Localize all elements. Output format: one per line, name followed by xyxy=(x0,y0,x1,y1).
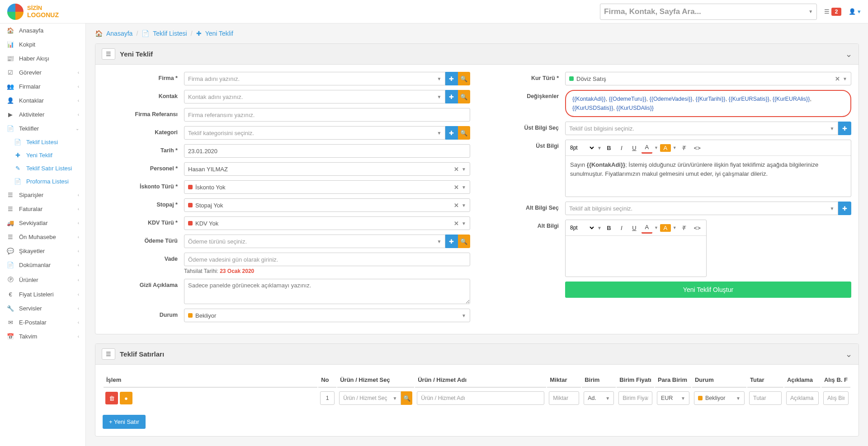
row-no-input[interactable] xyxy=(320,391,335,405)
firma-search-button[interactable]: 🔍 xyxy=(458,72,470,85)
alt-editor-content[interactable] xyxy=(566,236,706,277)
variable-link[interactable]: {{KurTarihi}} xyxy=(695,96,725,102)
sidebar-item-teklifler[interactable]: 📄Teklifler⌄ xyxy=(0,122,85,136)
sidebar-item-aktiviteler[interactable]: ▶Aktiviteler‹ xyxy=(0,108,85,122)
iskonto-select[interactable]: İskonto Yok✕▼ xyxy=(184,180,470,194)
sidebar-item-siparişler[interactable]: ☰Siparişler‹ xyxy=(0,188,85,202)
row-status-select[interactable]: Bekliyor▼ xyxy=(694,391,745,405)
kontak-search-button[interactable]: 🔍 xyxy=(458,90,470,103)
breadcrumb-list[interactable]: Teklif Listesi xyxy=(153,30,187,37)
variable-link[interactable]: {{KurUSDSatis}} xyxy=(572,105,613,111)
row-desc-input[interactable] xyxy=(786,391,819,405)
personel-select[interactable]: Hasan YILMAZ✕▼ xyxy=(184,162,470,176)
row-name-input[interactable] xyxy=(417,391,544,405)
ust-editor-content[interactable]: Sayın {{KontakAdi}}; İstemiş olduğunuz ü… xyxy=(566,156,851,197)
clear-icon[interactable]: ✕ xyxy=(454,220,459,227)
ustsec-add-button[interactable]: ✚ xyxy=(838,122,851,135)
bgcolor-button[interactable]: A xyxy=(660,144,671,152)
italic-button[interactable]: I xyxy=(616,143,627,153)
odeme-add-button[interactable]: ✚ xyxy=(445,235,458,248)
textcolor-button[interactable]: A xyxy=(642,142,652,154)
variable-link[interactable]: {{OdemeVadesi}} xyxy=(650,96,693,102)
row-action-button[interactable]: ● xyxy=(120,392,132,404)
add-row-button[interactable]: + Yeni Satır xyxy=(103,415,146,429)
sidebar-subitem[interactable]: ✎Teklif Satır Listesi xyxy=(7,162,85,175)
underline-button[interactable]: U xyxy=(629,143,640,153)
kontak-add-button[interactable]: ✚ xyxy=(445,90,458,103)
kategori-add-button[interactable]: ✚ xyxy=(445,126,458,140)
sidebar-item-anasayfa[interactable]: 🏠Anasayfa xyxy=(0,23,85,38)
collapse-icon[interactable]: ⌄ xyxy=(845,49,852,59)
kur-select[interactable]: Döviz Satış✕▼ xyxy=(565,72,851,85)
variable-link[interactable]: {{OdemeTuru}} xyxy=(609,96,646,102)
clear-format-button[interactable]: T xyxy=(679,223,689,233)
breadcrumb-home[interactable]: Anasayfa xyxy=(106,30,132,37)
ustsec-select[interactable]: Teklif üst bilgisini seçiniz.▼ xyxy=(565,122,838,135)
code-button[interactable]: <> xyxy=(691,223,703,233)
bold-button[interactable]: B xyxy=(604,143,614,153)
textcolor-button[interactable]: A xyxy=(642,222,652,234)
clear-icon[interactable]: ✕ xyxy=(454,202,459,209)
fontsize-select[interactable]: 8pt xyxy=(568,144,595,151)
sidebar-item-e-postalar[interactable]: ✉E-Postalar‹ xyxy=(0,315,85,329)
sidebar-item-ön-muhasebe[interactable]: ☰Ön Muhasebe‹ xyxy=(0,230,85,244)
sidebar-item-takvim[interactable]: 📅Takvim‹ xyxy=(0,329,85,343)
sidebar-item-servisler[interactable]: 🔧Servisler‹ xyxy=(0,301,85,315)
kontak-select[interactable]: Kontak adını yazınız.▼ xyxy=(184,90,445,103)
clear-icon[interactable]: ✕ xyxy=(454,166,459,173)
row-currency-select[interactable]: EUR▼ xyxy=(657,391,689,405)
panel-menu-button[interactable]: ☰ xyxy=(102,348,115,360)
sidebar-item-firmalar[interactable]: 👥Firmalar‹ xyxy=(0,80,85,94)
sidebar-item-faturalar[interactable]: ☰Faturalar‹ xyxy=(0,202,85,216)
sidebar-item-ürünler[interactable]: ⓅÜrünler‹ xyxy=(0,272,85,287)
gizli-textarea[interactable] xyxy=(184,279,470,304)
clear-format-button[interactable]: T xyxy=(679,143,689,153)
firma-add-button[interactable]: ✚ xyxy=(445,72,458,85)
row-product-select[interactable]: Ürün / Hizmet Seç▼ xyxy=(339,391,401,405)
ref-input[interactable] xyxy=(184,108,470,122)
global-search[interactable]: Firma, Kontak, Sayfa Ara...▼ xyxy=(600,4,817,20)
sidebar-subitem[interactable]: 📄Proforma Listesi xyxy=(7,175,85,188)
sidebar-item-fiyat-listeleri[interactable]: €Fiyat Listeleri‹ xyxy=(0,287,85,301)
code-button[interactable]: <> xyxy=(691,143,703,153)
stopaj-select[interactable]: Stopaj Yok✕▼ xyxy=(184,198,470,212)
row-price-input[interactable] xyxy=(618,391,652,405)
odeme-search-button[interactable]: 🔍 xyxy=(458,235,470,248)
underline-button[interactable]: U xyxy=(629,223,640,233)
durum-select[interactable]: Bekliyor▼ xyxy=(184,309,470,322)
variable-link[interactable]: {{KontakAdi}} xyxy=(572,96,606,102)
logo[interactable]: SİZİN LOGONUZ xyxy=(7,4,59,20)
bgcolor-button[interactable]: A xyxy=(660,224,671,232)
firma-select[interactable]: Firma adını yazınız.▼ xyxy=(184,72,445,85)
sidebar-item-kokpit[interactable]: 📊Kokpit xyxy=(0,38,85,52)
sidebar-item-sevkiyatlar[interactable]: 🚚Sevkiyatlar‹ xyxy=(0,216,85,230)
italic-button[interactable]: I xyxy=(616,223,627,233)
sidebar-subitem[interactable]: 📄Teklif Listesi xyxy=(7,136,85,149)
panel-menu-button[interactable]: ☰ xyxy=(102,48,115,60)
sidebar-item-kontaklar[interactable]: 👤Kontaklar‹ xyxy=(0,94,85,108)
vade-input[interactable] xyxy=(184,253,470,266)
row-delete-button[interactable]: 🗑 xyxy=(105,392,118,404)
clear-icon[interactable]: ✕ xyxy=(454,184,459,191)
collapse-icon[interactable]: ⌄ xyxy=(845,349,852,359)
user-menu[interactable]: 👤 ▾ xyxy=(849,8,861,15)
notifications-icon[interactable]: ☰ 2 xyxy=(824,8,841,15)
row-total-input[interactable] xyxy=(749,391,782,405)
clear-icon[interactable]: ✕ xyxy=(835,75,840,82)
sidebar-item-görevler[interactable]: ☑Görevler‹ xyxy=(0,66,85,80)
sidebar-item-şikayetler[interactable]: 💬Şikayetler‹ xyxy=(0,244,85,258)
odeme-select[interactable]: Ödeme türünü seçiniz.▼ xyxy=(184,235,445,248)
sidebar-subitem[interactable]: ✚Yeni Teklif xyxy=(7,149,85,162)
row-qty-input[interactable] xyxy=(549,391,579,405)
row-product-search[interactable]: 🔍 xyxy=(401,391,412,405)
variable-link[interactable]: {{KurEURSatis}} xyxy=(728,96,769,102)
sidebar-item-dokümanlar[interactable]: 📄Dokümanlar‹ xyxy=(0,258,85,272)
row-buy-input[interactable] xyxy=(823,391,849,405)
bold-button[interactable]: B xyxy=(604,223,614,233)
kategori-select[interactable]: Teklif kategorisini seçiniz.▼ xyxy=(184,126,445,140)
variable-link[interactable]: {{KurEURAlis}} xyxy=(773,96,810,102)
breadcrumb-new[interactable]: Yeni Teklif xyxy=(205,30,233,37)
kdv-select[interactable]: KDV Yok✕▼ xyxy=(184,216,470,230)
fontsize-select[interactable]: 8pt xyxy=(568,224,595,231)
variable-link[interactable]: {{KurUSDAlis}} xyxy=(616,105,654,111)
